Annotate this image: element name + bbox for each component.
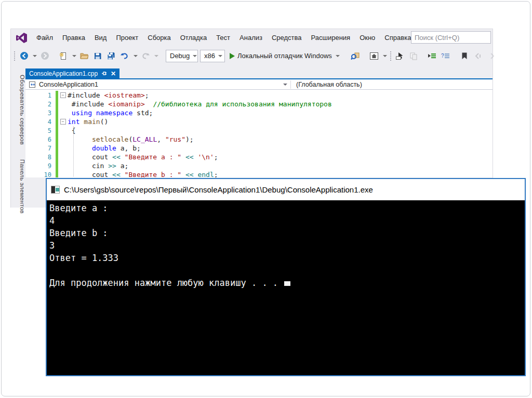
menu-item[interactable]: Вид <box>90 32 112 44</box>
menu-item[interactable]: Правка <box>58 32 90 44</box>
code-line: 4−int main() <box>25 117 493 126</box>
solution-explorer-home-icon[interactable] <box>368 50 380 62</box>
line-number: 8 <box>25 154 56 161</box>
menu-item[interactable]: Расширения <box>307 32 355 44</box>
change-tracking-bar <box>56 170 58 177</box>
next-bookmark-icon[interactable] <box>486 50 497 62</box>
navigate-back-icon[interactable] <box>18 50 30 62</box>
code-text: #include <iomanip> //библиотека для испо… <box>68 100 332 108</box>
redo-dropdown[interactable] <box>154 55 158 57</box>
line-number: 2 <box>25 101 56 108</box>
undo-icon[interactable] <box>119 50 130 62</box>
code-line: 10 cout << "Введите b : " << endl; <box>25 170 493 177</box>
new-project-icon[interactable] <box>58 50 69 62</box>
platform-combo[interactable]: x86 <box>200 50 225 62</box>
solution-explorer-dropdown[interactable] <box>383 55 387 57</box>
code-line: 7 double a, b; <box>25 144 493 153</box>
document-tab-strip: ConsoleApplication1.cpp ✕ <box>25 68 493 79</box>
scope-combo-value: (Глобальная область) <box>296 81 362 88</box>
bookmark-icon[interactable] <box>459 50 470 62</box>
code-text: setlocale(LC_ALL, "rus"); <box>68 135 194 143</box>
console-app-icon <box>51 186 60 194</box>
toolbar: Debug x86 Локальный отладчик Windows <box>11 46 493 65</box>
code-line: 6 setlocale(LC_ALL, "rus"); <box>25 135 493 144</box>
uncomment-lines-icon[interactable]: ? <box>440 50 451 62</box>
close-tab-icon[interactable]: ✕ <box>111 70 116 77</box>
menu-item[interactable]: Справка <box>380 32 416 44</box>
save-icon[interactable] <box>92 50 103 62</box>
console-line <box>49 264 525 277</box>
code-text: using namespace std; <box>68 109 153 117</box>
start-debugging-button[interactable]: Локальный отладчик Windows <box>227 52 342 60</box>
console-window[interactable]: C:\Users\gsb\source\repos\Первый\Console… <box>46 178 526 376</box>
change-tracking-bar <box>56 100 58 108</box>
code-text: cout << "Введите b : " << endl; <box>68 171 218 177</box>
configuration-value: Debug <box>170 52 190 60</box>
properties-icon[interactable] <box>408 50 419 62</box>
menu-item[interactable]: Окно <box>355 32 380 44</box>
configuration-dropdown <box>193 55 197 57</box>
console-line: Введите a : <box>49 202 525 214</box>
code-line: 2 #include <iomanip> //библиотека для ис… <box>25 100 493 108</box>
fold-collapse-icon[interactable]: − <box>60 119 66 125</box>
search-input[interactable] <box>411 31 491 44</box>
line-number: 9 <box>25 162 56 170</box>
previous-bookmark-icon[interactable] <box>472 50 484 62</box>
navigate-forward-icon[interactable] <box>39 50 50 62</box>
cpp-project-icon <box>29 81 36 88</box>
code-line: 5 { <box>25 126 493 135</box>
toolbar-grip-handle[interactable] <box>14 51 15 61</box>
project-scope-combo[interactable]: ConsoleApplication1 <box>25 81 290 88</box>
code-text: cout << "Введите a : " << '\n'; <box>68 153 218 161</box>
console-line: Для продолжения нажмите любую клавишу . … <box>49 277 525 289</box>
menu-item[interactable]: Средства <box>267 32 307 44</box>
tool-window-tab[interactable]: Панель элементов <box>11 154 25 219</box>
new-project-dropdown[interactable] <box>72 55 76 57</box>
menu-item[interactable]: Проект <box>111 32 143 44</box>
document-tab-title: ConsoleApplication1.cpp <box>29 70 98 77</box>
start-debugging-label: Локальный отладчик Windows <box>237 52 332 60</box>
select-element-icon[interactable] <box>394 50 406 62</box>
menu-items: ФайлПравкаВидПроектСборкаОтладкаТестАнал… <box>32 32 416 44</box>
menu-item[interactable]: Анализ <box>235 32 267 44</box>
code-line: 8 cout << "Введите a : " << '\n'; <box>25 153 493 161</box>
code-line: 1−#include <iostream>; <box>25 91 493 100</box>
change-tracking-bar <box>56 161 58 170</box>
change-tracking-bar <box>56 126 58 135</box>
scope-combo[interactable]: (Глобальная область) <box>291 81 362 88</box>
undo-dropdown[interactable] <box>134 55 138 57</box>
menu-item[interactable]: Сборка <box>143 32 176 44</box>
redo-icon[interactable] <box>140 50 151 62</box>
document-tab-active[interactable]: ConsoleApplication1.cpp ✕ <box>25 68 119 78</box>
console-line: Ответ = 1.333 <box>49 252 525 264</box>
comment-lines-icon[interactable] <box>427 50 438 62</box>
line-number: 7 <box>25 145 56 152</box>
console-line: 4 <box>49 214 525 227</box>
console-title-bar[interactable]: C:\Users\gsb\source\repos\Первый\Console… <box>47 179 525 200</box>
slide-canvas: ФайлПравкаВидПроектСборкаОтладкаТестАнал… <box>0 0 532 398</box>
configuration-combo[interactable]: Debug <box>166 50 198 62</box>
line-number: 4 <box>25 118 56 126</box>
change-tracking-bar <box>56 135 58 144</box>
visual-studio-logo-icon <box>15 32 29 44</box>
toolbar-grip-handle[interactable] <box>390 51 391 61</box>
console-output[interactable]: Введите a :4Введите b :3Ответ = 1.333 Дл… <box>47 200 525 375</box>
line-number: 5 <box>25 127 56 134</box>
start-debugging-dropdown <box>336 55 340 57</box>
menu-item[interactable]: Отладка <box>176 32 211 44</box>
code-editor[interactable]: 1−#include <iostream>;2 #include <iomani… <box>25 90 493 177</box>
left-tool-rail: Обозреватель серверовПанель элементов <box>11 65 25 208</box>
fold-collapse-icon[interactable]: − <box>60 92 66 98</box>
open-file-icon[interactable] <box>78 50 90 62</box>
navigate-back-dropdown[interactable] <box>33 55 37 57</box>
menu-item[interactable]: Файл <box>32 32 58 44</box>
play-icon <box>230 53 235 59</box>
line-number: 1 <box>25 92 56 99</box>
tool-window-tab[interactable]: Обозреватель серверов <box>11 70 25 150</box>
attach-to-process-icon[interactable] <box>350 50 361 62</box>
pin-icon[interactable] <box>101 71 107 76</box>
menu-bar: ФайлПравкаВидПроектСборкаОтладкаТестАнал… <box>11 29 493 46</box>
menu-item[interactable]: Тест <box>211 32 235 44</box>
code-text: cin >> a; <box>68 162 128 170</box>
save-all-icon[interactable] <box>105 50 117 62</box>
